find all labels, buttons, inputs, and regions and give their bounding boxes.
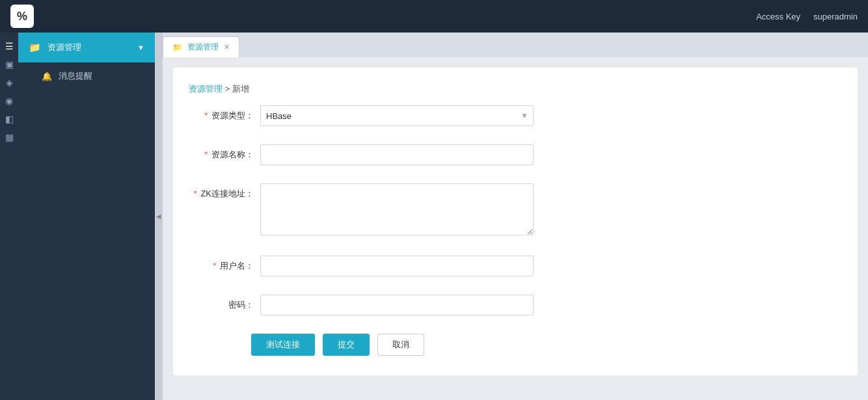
tab-resource-label: 资源管理 [187, 42, 219, 53]
form-row-resource-type: * 资源类型： HBase MySQL Oracle PostgreSQL [189, 105, 842, 126]
test-connection-button[interactable]: 测试连接 [251, 334, 315, 356]
collapse-icon: ◀ [156, 213, 161, 220]
header-right: Access Key superadmin [756, 12, 858, 21]
resource-nav-icon: 📁 [29, 42, 41, 53]
password-control [260, 295, 534, 315]
username-label: * 用户名： [189, 256, 260, 276]
header: % Access Key superadmin [0, 0, 868, 33]
form-card: 资源管理 > 新增 * 资源类型： [173, 68, 858, 375]
sidebar-item-resource-label: 资源管理 [47, 42, 81, 53]
required-mark-zk: * [194, 189, 197, 198]
main-layout: ☰ ▣ ◈ ◉ ◧ ▦ 📁 资源管理 ▼ 🔔 消息提醒 ◀ [0, 33, 868, 400]
required-mark-name: * [204, 150, 208, 159]
username-display[interactable]: superadmin [813, 12, 858, 21]
tabs-bar: 📁 资源管理 ✕ [163, 33, 868, 57]
page-content: 资源管理 > 新增 * 资源类型： [163, 57, 868, 400]
password-label: 密码： [189, 295, 260, 315]
sidebar-item-notify[interactable]: 🔔 消息提醒 [18, 62, 155, 90]
sidebar-nav: 📁 资源管理 ▼ 🔔 消息提醒 [18, 33, 155, 400]
resource-name-input[interactable] [260, 144, 534, 165]
resource-type-select-wrapper: HBase MySQL Oracle PostgreSQL Redis ▼ [260, 105, 534, 126]
security-icon[interactable]: ◈ [2, 75, 16, 90]
breadcrumb: 资源管理 > 新增 [173, 83, 858, 105]
tab-resource-icon: 📁 [172, 43, 182, 52]
table-icon[interactable]: ◧ [2, 112, 16, 126]
monitor-icon[interactable]: ▣ [2, 57, 16, 72]
username-control [260, 256, 534, 276]
required-mark-username: * [213, 261, 216, 271]
sidebar-wrapper: ☰ ▣ ◈ ◉ ◧ ▦ 📁 资源管理 ▼ 🔔 消息提醒 ◀ [0, 33, 163, 400]
zk-address-input[interactable] [260, 183, 534, 235]
resource-type-select[interactable]: HBase MySQL Oracle PostgreSQL Redis [260, 105, 534, 126]
zk-address-label: * ZK连接地址： [189, 183, 260, 204]
query-icon[interactable]: ◉ [2, 94, 16, 108]
zk-address-control [260, 183, 534, 237]
form-row-password: 密码： [189, 295, 842, 315]
cancel-button[interactable]: 取消 [377, 334, 424, 356]
sidebar-icon-strip: ☰ ▣ ◈ ◉ ◧ ▦ [0, 33, 18, 400]
username-input[interactable] [260, 256, 534, 276]
resource-name-control [260, 144, 534, 165]
submit-button[interactable]: 提交 [323, 334, 370, 356]
form-row-zk-address: * ZK连接地址： [189, 183, 842, 237]
form-row-username: * 用户名： [189, 256, 842, 276]
sidebar-item-notify-label: 消息提醒 [59, 70, 92, 82]
resource-name-label: * 资源名称： [189, 144, 260, 165]
chart-icon[interactable]: ▦ [2, 130, 16, 144]
breadcrumb-separator: > [225, 84, 232, 94]
resource-type-label: * 资源类型： [189, 105, 260, 126]
breadcrumb-parent[interactable]: 资源管理 [189, 84, 223, 94]
tab-resource[interactable]: 📁 资源管理 ✕ [163, 36, 239, 57]
resource-type-control: HBase MySQL Oracle PostgreSQL Redis ▼ [260, 105, 534, 126]
tab-resource-close[interactable]: ✕ [224, 43, 230, 51]
form-body: * 资源类型： HBase MySQL Oracle PostgreSQL [173, 105, 858, 315]
hamburger-icon[interactable]: ☰ [2, 39, 16, 53]
required-mark-type: * [204, 111, 208, 120]
resource-nav-arrow: ▼ [137, 44, 144, 51]
app-logo: % [10, 5, 34, 28]
notify-nav-icon: 🔔 [42, 72, 52, 81]
form-row-resource-name: * 资源名称： [189, 144, 842, 165]
sidebar-item-resource[interactable]: 📁 资源管理 ▼ [18, 33, 155, 62]
form-actions: 测试连接 提交 取消 [173, 334, 858, 356]
content-area: 📁 资源管理 ✕ 资源管理 > 新增 * [163, 33, 868, 400]
access-key-link[interactable]: Access Key [756, 12, 800, 21]
sidebar-collapse-handle[interactable]: ◀ [155, 33, 163, 400]
breadcrumb-current: 新增 [232, 84, 249, 94]
password-input[interactable] [260, 295, 534, 315]
